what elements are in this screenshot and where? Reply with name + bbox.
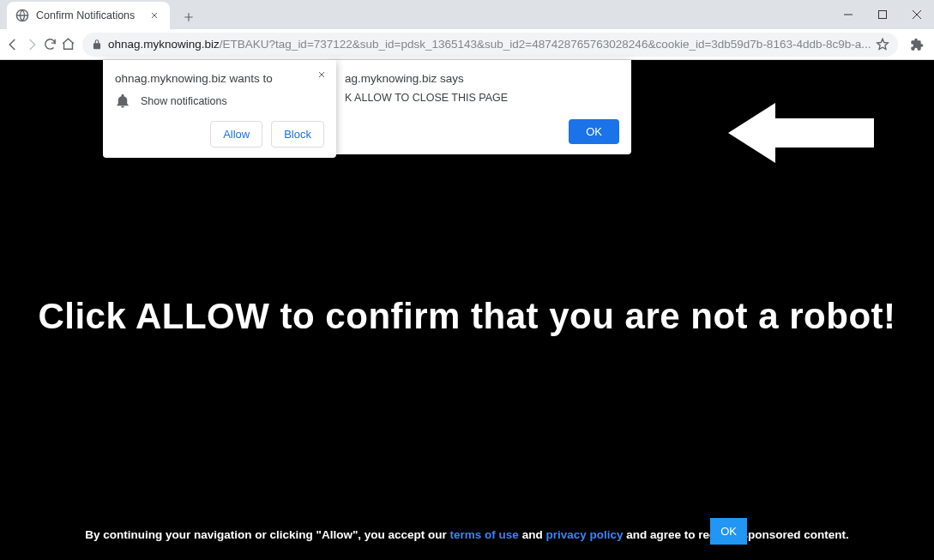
new-tab-button[interactable] bbox=[177, 5, 201, 29]
arrow-icon bbox=[728, 94, 874, 175]
home-button[interactable] bbox=[61, 33, 75, 57]
consent-text: By continuing your navigation or clickin… bbox=[0, 528, 934, 541]
close-icon[interactable] bbox=[314, 67, 329, 82]
bookmark-icon[interactable] bbox=[876, 38, 889, 51]
block-button[interactable]: Block bbox=[271, 121, 324, 148]
alert-origin-text: ag.myknowing.biz says bbox=[345, 72, 619, 85]
forward-button[interactable] bbox=[24, 33, 39, 57]
minimize-button[interactable] bbox=[831, 0, 865, 29]
page-content: ohnag.myknowing.biz wants to Show notifi… bbox=[0, 60, 934, 560]
tab-strip: Confirm Notifications bbox=[0, 0, 934, 29]
notification-permission-prompt: ohnag.myknowing.biz wants to Show notifi… bbox=[103, 60, 336, 158]
extensions-icon[interactable] bbox=[905, 33, 929, 57]
javascript-alert-dialog: ag.myknowing.biz says K ALLOW TO CLOSE T… bbox=[333, 60, 631, 154]
back-button[interactable] bbox=[5, 33, 21, 57]
terms-link[interactable]: terms of use bbox=[450, 528, 519, 541]
window-controls bbox=[831, 0, 934, 29]
main-headline: Click ALLOW to confirm that you are not … bbox=[0, 296, 934, 337]
maximize-button[interactable] bbox=[865, 0, 900, 29]
bell-icon bbox=[115, 93, 130, 109]
consent-and: and bbox=[519, 528, 546, 541]
svg-rect-1 bbox=[879, 11, 887, 19]
close-window-button[interactable] bbox=[900, 0, 934, 29]
tab-title: Confirm Notifications bbox=[36, 9, 141, 21]
address-bar[interactable]: ohnag.myknowing.biz/ETBAKU?tag_id=737122… bbox=[82, 33, 898, 57]
svg-marker-6 bbox=[728, 103, 874, 163]
close-tab-icon[interactable] bbox=[148, 9, 161, 22]
url-text: ohnag.myknowing.biz/ETBAKU?tag_id=737122… bbox=[108, 38, 871, 51]
flask-icon[interactable] bbox=[931, 33, 934, 57]
browser-tab[interactable]: Confirm Notifications bbox=[7, 2, 170, 29]
lock-icon bbox=[91, 39, 103, 51]
extensions-area bbox=[905, 33, 934, 57]
alert-message: K ALLOW TO CLOSE THIS PAGE bbox=[345, 92, 619, 104]
prompt-origin-text: ohnag.myknowing.biz wants to bbox=[115, 72, 324, 85]
consent-ok-button[interactable]: OK bbox=[710, 518, 747, 545]
consent-pre: By continuing your navigation or clickin… bbox=[85, 528, 449, 541]
alert-ok-button[interactable]: OK bbox=[569, 119, 619, 144]
globe-icon bbox=[15, 9, 29, 22]
allow-button[interactable]: Allow bbox=[210, 121, 262, 148]
reload-button[interactable] bbox=[43, 33, 57, 57]
browser-toolbar: ohnag.myknowing.biz/ETBAKU?tag_id=737122… bbox=[0, 29, 934, 60]
privacy-link[interactable]: privacy policy bbox=[545, 528, 623, 541]
prompt-permission-label: Show notifications bbox=[141, 95, 227, 107]
